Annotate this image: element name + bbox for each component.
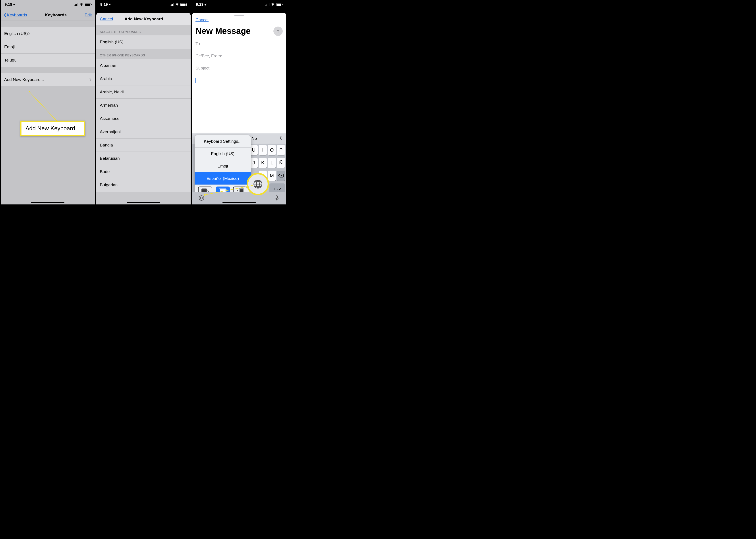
key-label: L (271, 160, 273, 166)
key[interactable]: I (259, 145, 267, 155)
compose-sheet: Cancel New Message To: Cc/Bcc, From: Sub… (192, 13, 286, 204)
keyboard-switcher-popover: Keyboard Settings... English (US) Emoji … (195, 135, 251, 197)
compose-title: New Message (196, 26, 251, 36)
edit-button[interactable]: Edit (85, 13, 92, 18)
annotation-callout: Add New Keyboard... (20, 120, 85, 136)
home-indicator[interactable] (31, 202, 64, 203)
keyboard-label: Emoji (4, 44, 15, 49)
screen-add-keyboard: 9:19 Cancel Add New Keyboard SUGGESTED K… (96, 0, 191, 204)
location-icon (13, 3, 16, 6)
keyboard-option[interactable]: English (US) (195, 148, 251, 160)
suggested-header: SUGGESTED KEYBOARDS (96, 25, 191, 36)
chevron-right-icon (28, 32, 30, 36)
other-keyboard-label: Azerbaijani (100, 129, 121, 134)
key[interactable]: M (268, 171, 276, 181)
battery-icon (85, 3, 91, 6)
location-icon (109, 3, 111, 6)
ccbcc-field[interactable]: Cc/Bcc, From: (196, 50, 283, 62)
add-keyboard-section: Add New Keyboard... (1, 73, 95, 86)
key-label: P (279, 147, 283, 153)
modal-sheet: Cancel Add New Keyboard SUGGESTED KEYBOA… (96, 13, 191, 204)
screen-new-message: 9:23 Cancel New Message To: Cc/Bcc, From… (191, 0, 287, 204)
keyboard-label: English (US) (4, 31, 28, 36)
other-keyboard-label: Bulgarian (100, 183, 118, 188)
other-keyboard-row[interactable]: Armenian (96, 99, 191, 112)
add-keyboard-label: Add New Keyboard... (4, 77, 44, 82)
nav-bar: Keyboards Keyboards Edit (1, 9, 95, 21)
subject-field[interactable]: Subject: (196, 62, 283, 74)
key[interactable]: P (277, 145, 285, 155)
key[interactable]: L (268, 158, 276, 168)
other-keyboard-row[interactable]: Bangla (96, 138, 191, 152)
other-keyboard-row[interactable]: Bodo (96, 165, 191, 178)
arrow-up-icon (276, 29, 280, 34)
key[interactable]: Ñ (277, 158, 285, 168)
keyboard-row[interactable]: Emoji (1, 40, 95, 53)
signal-icon (265, 3, 269, 6)
cancel-button[interactable]: Cancel (100, 17, 113, 22)
subject-label: Subject: (196, 66, 211, 70)
other-keyboard-row[interactable]: Arabic (96, 72, 191, 85)
other-keyboard-label: Bodo (100, 169, 110, 174)
signal-icon (74, 3, 78, 6)
other-keyboard-label: Arabic, Najdi (100, 90, 124, 95)
globe-highlight[interactable] (248, 174, 268, 194)
modal-header: Cancel Add New Keyboard (96, 13, 191, 25)
suggested-keyboard-row[interactable]: English (US) (96, 36, 191, 49)
key-label: M (270, 173, 274, 179)
other-keyboard-row[interactable]: Albanian (96, 59, 191, 72)
other-keyboard-row[interactable]: Bulgarian (96, 178, 191, 192)
modal-title: Add New Keyboard (113, 17, 175, 22)
keyboard-option-selected[interactable]: Español (México) (195, 172, 251, 185)
text-cursor (196, 78, 196, 83)
keyboard-option[interactable]: Emoji (195, 160, 251, 172)
status-time: 9:19 (100, 2, 108, 7)
other-keyboard-row[interactable]: Azerbaijani (96, 125, 191, 138)
other-keyboard-label: Armenian (100, 103, 118, 108)
other-keyboard-label: Assamese (100, 116, 120, 121)
globe-icon (253, 179, 263, 189)
enabled-keyboards-list: English (US) Emoji Telugu (1, 27, 95, 67)
keyboard-row[interactable]: English (US) (1, 27, 95, 40)
send-button[interactable] (273, 27, 283, 36)
wifi-icon (175, 3, 179, 6)
option-label: English (US) (211, 151, 235, 156)
return-label: intro (273, 186, 281, 191)
other-keyboard-row[interactable]: Arabic, Najdi (96, 85, 191, 99)
key[interactable]: J (250, 158, 258, 168)
add-new-keyboard-row[interactable]: Add New Keyboard... (1, 73, 95, 86)
body-field[interactable] (196, 74, 283, 87)
location-icon (204, 3, 207, 6)
key-label: U (252, 147, 255, 153)
microphone-icon[interactable] (274, 195, 280, 201)
nav-title: Keyboards (45, 13, 67, 18)
wifi-icon (271, 3, 275, 6)
signal-icon (170, 3, 174, 6)
key[interactable]: O (268, 145, 276, 155)
callout-text: Add New Keyboard... (26, 125, 80, 132)
back-button[interactable]: Keyboards (4, 13, 27, 18)
globe-icon[interactable] (199, 195, 204, 201)
key[interactable]: K (259, 158, 267, 168)
other-keyboard-row[interactable]: Belarusian (96, 152, 191, 165)
wifi-icon (79, 3, 83, 6)
battery-icon (276, 3, 282, 6)
home-indicator[interactable] (222, 202, 256, 203)
backspace-key[interactable] (277, 171, 285, 181)
battery-icon (180, 3, 187, 6)
to-field[interactable]: To: (196, 38, 283, 50)
home-indicator[interactable] (127, 202, 160, 203)
svg-rect-6 (276, 195, 278, 198)
key-label: K (261, 160, 265, 166)
keyboard-row[interactable]: Telugu (1, 53, 95, 67)
key-label: O (270, 147, 274, 153)
prediction-collapse[interactable] (275, 135, 286, 142)
keyboard-settings-option[interactable]: Keyboard Settings... (195, 135, 251, 148)
cancel-button[interactable]: Cancel (196, 18, 209, 22)
key[interactable]: U (250, 145, 258, 155)
status-time: 9:18 (5, 2, 12, 7)
other-keyboard-row[interactable]: Assamese (96, 112, 191, 125)
svg-line-0 (29, 91, 58, 122)
other-header: OTHER IPHONE KEYBOARDS (96, 49, 191, 59)
key-label: J (253, 160, 255, 166)
